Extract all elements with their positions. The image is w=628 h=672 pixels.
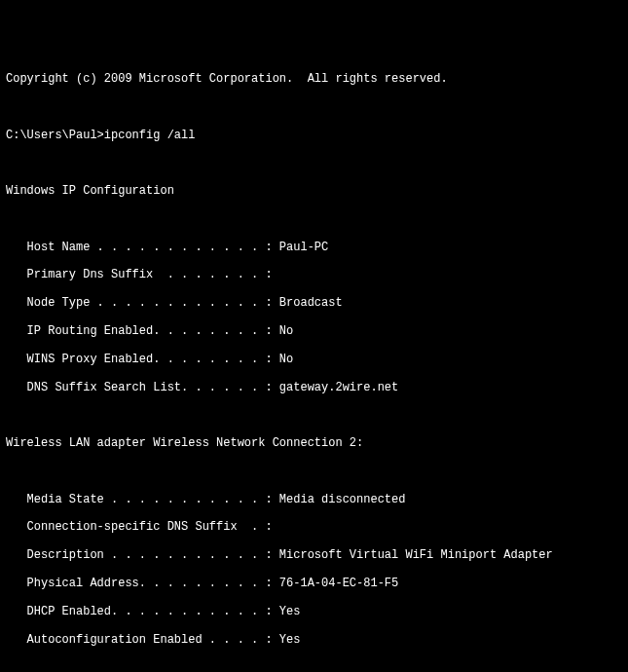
blank: [6, 660, 622, 672]
autoconfig-enabled: Autoconfiguration Enabled . . . . : Yes: [6, 633, 622, 647]
primary-dns-suffix: Primary Dns Suffix . . . . . . . :: [6, 268, 622, 281]
section-header: Windows IP Configuration: [6, 184, 622, 198]
ip-routing: IP Routing Enabled. . . . . . . . : No: [6, 324, 622, 338]
wins-proxy: WINS Proxy Enabled. . . . . . . . : No: [6, 353, 622, 366]
copyright-line: Copyright (c) 2009 Microsoft Corporation…: [6, 72, 622, 86]
node-type: Node Type . . . . . . . . . . . . : Broa…: [6, 296, 622, 310]
blank: [6, 465, 622, 478]
description: Description . . . . . . . . . . . : Micr…: [6, 548, 622, 562]
blank: [6, 212, 622, 226]
command-prompt: C:\Users\Paul>ipconfig /all: [6, 129, 622, 142]
adapter-title: Wireless LAN adapter Wireless Network Co…: [6, 436, 622, 450]
blank: [6, 100, 622, 114]
terminal-output: Copyright (c) 2009 Microsoft Corporation…: [6, 58, 622, 672]
blank: [6, 156, 622, 169]
blank: [6, 408, 622, 422]
media-state: Media State . . . . . . . . . . . : Medi…: [6, 493, 622, 506]
host-name: Host Name . . . . . . . . . . . . : Paul…: [6, 241, 622, 254]
physical-address: Physical Address. . . . . . . . . : 76-1…: [6, 577, 622, 590]
dhcp-enabled: DHCP Enabled. . . . . . . . . . . : Yes: [6, 605, 622, 618]
conn-dns-suffix: Connection-specific DNS Suffix . :: [6, 520, 622, 534]
dns-suffix-search: DNS Suffix Search List. . . . . . : gate…: [6, 381, 622, 394]
